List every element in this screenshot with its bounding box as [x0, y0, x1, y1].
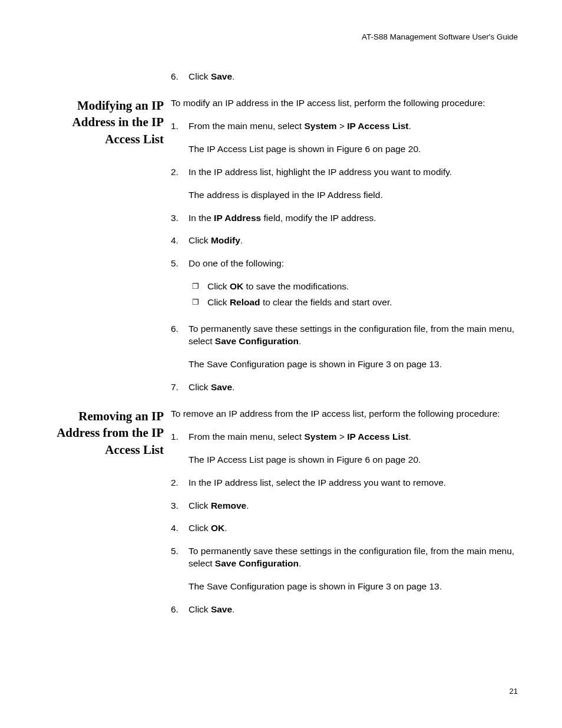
step-number: 6.	[171, 604, 189, 616]
section-heading: Modifying an IP Address in the IP Access…	[44, 97, 164, 147]
section-heading: Removing an IP Address from the IP Acces…	[44, 408, 164, 458]
step-body: To permanently save these settings in th…	[189, 323, 518, 371]
list-item: 1.From the main menu, select System > IP…	[171, 120, 518, 156]
page-number: 21	[510, 687, 518, 696]
step-number: 5.	[171, 545, 189, 593]
step-body: Click Modify.	[189, 235, 518, 247]
step-number: 1.	[171, 120, 189, 156]
sub-list-item: ❐Click OK to save the modifications.	[192, 281, 518, 293]
step-body: In the IP Address field, modify the IP a…	[189, 212, 518, 225]
continuation-block: 6. Click Save.	[44, 71, 518, 94]
list-item: 2.In the IP address list, highlight the …	[171, 166, 518, 202]
step-note: The address is displayed in the IP Addre…	[189, 189, 518, 202]
step-number: 1.	[171, 431, 189, 466]
list-item: 6.To permanently save these settings in …	[171, 323, 518, 371]
list-item: 1.From the main menu, select System > IP…	[171, 431, 518, 466]
page-content: 6. Click Save. Modifying an IP Address i…	[44, 71, 518, 627]
sub-list-item: ❐Click Reload to clear the fields and st…	[192, 297, 518, 309]
step-note: The Save Configuration page is shown in …	[189, 358, 518, 371]
section-removing: Removing an IP Address from the IP Acces…	[44, 408, 518, 627]
section-modifying: Modifying an IP Address in the IP Access…	[44, 97, 518, 404]
step-body: In the IP address list, select the IP ad…	[189, 477, 518, 489]
list-item: 5.To permanently save these settings in …	[171, 545, 518, 593]
step-body: Click Save.	[189, 381, 518, 394]
list-item: 4.Click Modify.	[171, 235, 518, 247]
list-item: 5.Do one of the following:❐Click OK to s…	[171, 258, 518, 312]
step-number: 4.	[171, 235, 189, 247]
page-header: AT-S88 Management Software User's Guide	[44, 32, 518, 41]
procedure-list: 1.From the main menu, select System > IP…	[171, 120, 518, 394]
step-body: In the IP address list, highlight the IP…	[189, 166, 518, 202]
document-page: AT-S88 Management Software User's Guide …	[0, 0, 562, 728]
step-body: Click Remove.	[189, 500, 518, 512]
bullet-icon: ❐	[192, 281, 207, 293]
step-body: To permanently save these settings in th…	[189, 545, 518, 593]
procedure-list: 1.From the main menu, select System > IP…	[171, 431, 518, 616]
list-item: 7.Click Save.	[171, 381, 518, 394]
step-note: The IP Access List page is shown in Figu…	[189, 454, 518, 466]
section-intro: To remove an IP address from the IP acce…	[171, 408, 518, 420]
step-note: The IP Access List page is shown in Figu…	[189, 143, 518, 156]
step-body: Do one of the following:❐Click OK to sav…	[189, 258, 518, 312]
step-note: The Save Configuration page is shown in …	[189, 581, 518, 593]
step-body: Click OK.	[189, 522, 518, 535]
step-number: 3.	[171, 212, 189, 225]
list-item: 6. Click Save.	[171, 71, 518, 83]
list-item: 2.In the IP address list, select the IP …	[171, 477, 518, 489]
sub-list: ❐Click OK to save the modifications.❐Cli…	[189, 281, 518, 309]
step-number: 7.	[171, 381, 189, 394]
step-number: 4.	[171, 522, 189, 535]
step-number: 5.	[171, 258, 189, 312]
section-intro: To modify an IP address in the IP access…	[171, 97, 518, 110]
step-number: 6.	[171, 71, 189, 83]
step-body: Click Save.	[189, 604, 518, 616]
list-item: 4.Click OK.	[171, 522, 518, 535]
bullet-icon: ❐	[192, 297, 207, 309]
list-item: 3.In the IP Address field, modify the IP…	[171, 212, 518, 225]
step-body: From the main menu, select System > IP A…	[189, 120, 518, 156]
list-item: 6.Click Save.	[171, 604, 518, 616]
step-number: 2.	[171, 477, 189, 489]
step-number: 6.	[171, 323, 189, 371]
step-number: 3.	[171, 500, 189, 512]
list-item: 3.Click Remove.	[171, 500, 518, 512]
step-body: From the main menu, select System > IP A…	[189, 431, 518, 466]
step-number: 2.	[171, 166, 189, 202]
step-body: Click Save.	[189, 71, 518, 83]
